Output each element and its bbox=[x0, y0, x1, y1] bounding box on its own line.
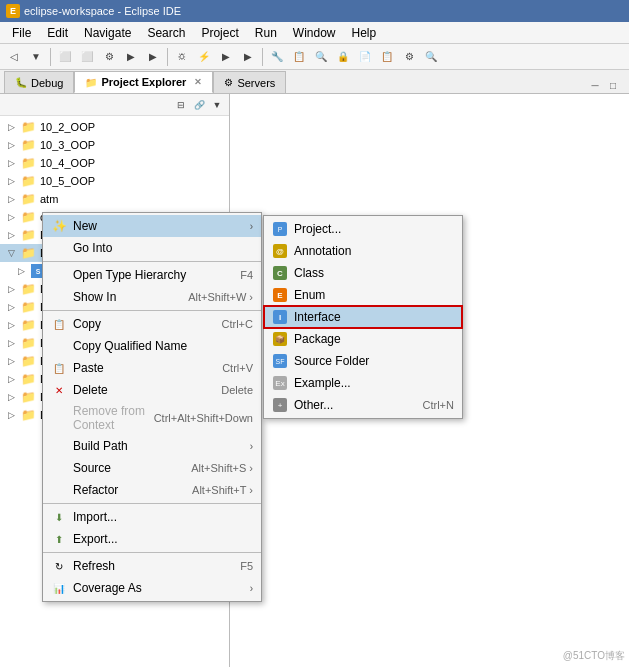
toolbar-btn-18[interactable]: ⚙ bbox=[399, 47, 419, 67]
toolbar-btn-6[interactable]: ▶ bbox=[121, 47, 141, 67]
toolbar-btn-12[interactable]: 🔧 bbox=[267, 47, 287, 67]
ctx-coverage-label: Coverage As bbox=[73, 581, 250, 595]
tree-item-10_5_OOP[interactable]: ▷ 📁 10_5_OOP bbox=[0, 172, 229, 190]
sub-enum[interactable]: E Enum bbox=[264, 284, 462, 306]
toolbar-btn-5[interactable]: ⚙ bbox=[99, 47, 119, 67]
class-icon: C bbox=[272, 265, 288, 281]
tab-minimize-btn[interactable]: ─ bbox=[587, 77, 603, 93]
menu-edit[interactable]: Edit bbox=[39, 24, 76, 42]
tree-label: 10_5_OOP bbox=[40, 175, 95, 187]
sub-class[interactable]: C Class bbox=[264, 262, 462, 284]
tree-item-10_3_OOP[interactable]: ▷ 📁 10_3_OOP bbox=[0, 136, 229, 154]
toolbar-btn-1[interactable]: ◁ bbox=[4, 47, 24, 67]
ctx-show-in[interactable]: Show In Alt+Shift+W › bbox=[43, 286, 261, 308]
remove-context-icon bbox=[51, 410, 67, 426]
expand-arrow: ▷ bbox=[8, 158, 18, 168]
main-area: ⊟ 🔗 ▼ ▷ 📁 10_2_OOP ▷ 📁 10_3_OOP ▷ 📁 10_4… bbox=[0, 94, 629, 667]
link-btn[interactable]: 🔗 bbox=[191, 97, 207, 113]
tab-servers-label: Servers bbox=[237, 77, 275, 89]
servers-icon: ⚙ bbox=[224, 77, 233, 88]
toolbar-btn-15[interactable]: 🔒 bbox=[333, 47, 353, 67]
tab-project-explorer[interactable]: 📁 Project Explorer ✕ bbox=[74, 71, 213, 93]
menu-navigate[interactable]: Navigate bbox=[76, 24, 139, 42]
sub-interface[interactable]: I Interface bbox=[264, 306, 462, 328]
expand-arrow: ▷ bbox=[8, 140, 18, 150]
menu-help[interactable]: Help bbox=[344, 24, 385, 42]
expand-arrow: ▷ bbox=[8, 392, 18, 402]
sub-package-label: Package bbox=[294, 332, 454, 346]
expand-arrow: ▷ bbox=[8, 320, 18, 330]
toolbar-btn-9[interactable]: ⚡ bbox=[194, 47, 214, 67]
tab-servers[interactable]: ⚙ Servers bbox=[213, 71, 286, 93]
menu-window[interactable]: Window bbox=[285, 24, 344, 42]
expand-arrow: ▷ bbox=[8, 194, 18, 204]
toolbar-btn-14[interactable]: 🔍 bbox=[311, 47, 331, 67]
ctx-refactor[interactable]: Refactor Alt+Shift+T › bbox=[43, 479, 261, 501]
refactor-icon bbox=[51, 482, 67, 498]
ctx-open-type-hierarchy-label: Open Type Hierarchy bbox=[73, 268, 232, 282]
toolbar-btn-11[interactable]: ▶ bbox=[238, 47, 258, 67]
ctx-build-path[interactable]: Build Path › bbox=[43, 435, 261, 457]
tab-actions: ─ □ bbox=[587, 77, 625, 93]
ctx-open-type-hierarchy[interactable]: Open Type Hierarchy F4 bbox=[43, 264, 261, 286]
folder-icon: 📁 bbox=[20, 371, 36, 387]
ctx-refresh[interactable]: ↻ Refresh F5 bbox=[43, 555, 261, 577]
toolbar-btn-19[interactable]: 🔍 bbox=[421, 47, 441, 67]
toolbar-sep-2 bbox=[167, 48, 168, 66]
ctx-delete[interactable]: ✕ Delete Delete bbox=[43, 379, 261, 401]
ctx-copy-label: Copy bbox=[73, 317, 214, 331]
ctx-export[interactable]: ⬆ Export... bbox=[43, 528, 261, 550]
copy-qualified-icon bbox=[51, 338, 67, 354]
folder-icon: 📁 bbox=[20, 119, 36, 135]
panel-menu-btn[interactable]: ▼ bbox=[209, 97, 225, 113]
toolbar-btn-17[interactable]: 📋 bbox=[377, 47, 397, 67]
ctx-new[interactable]: ✨ New › P Project... @ Annotation C Clas… bbox=[43, 215, 261, 237]
tab-debug-label: Debug bbox=[31, 77, 63, 89]
folder-icon: 📁 bbox=[20, 137, 36, 153]
ctx-copy[interactable]: 📋 Copy Ctrl+C bbox=[43, 313, 261, 335]
toolbar-btn-13[interactable]: 📋 bbox=[289, 47, 309, 67]
menu-project[interactable]: Project bbox=[193, 24, 246, 42]
tree-item-10_4_OOP[interactable]: ▷ 📁 10_4_OOP bbox=[0, 154, 229, 172]
tab-maximize-btn[interactable]: □ bbox=[605, 77, 621, 93]
ctx-import[interactable]: ⬇ Import... bbox=[43, 506, 261, 528]
sub-project[interactable]: P Project... bbox=[264, 218, 462, 240]
tree-item-10_2_OOP[interactable]: ▷ 📁 10_2_OOP bbox=[0, 118, 229, 136]
toolbar-btn-10[interactable]: ▶ bbox=[216, 47, 236, 67]
app-icon: E bbox=[6, 4, 20, 18]
expand-arrow: ▷ bbox=[8, 122, 18, 132]
toolbar-btn-2[interactable]: ▼ bbox=[26, 47, 46, 67]
toolbar-btn-16[interactable]: 📄 bbox=[355, 47, 375, 67]
sub-source-folder[interactable]: SF Source Folder bbox=[264, 350, 462, 372]
tab-close-icon[interactable]: ✕ bbox=[194, 77, 202, 87]
expand-arrow: ▷ bbox=[8, 284, 18, 294]
copy-icon: 📋 bbox=[51, 316, 67, 332]
toolbar-btn-3[interactable]: ⬜ bbox=[55, 47, 75, 67]
sub-other[interactable]: + Other... Ctrl+N bbox=[264, 394, 462, 416]
menu-run[interactable]: Run bbox=[247, 24, 285, 42]
toolbar-btn-7[interactable]: ▶ bbox=[143, 47, 163, 67]
sub-example[interactable]: Ex Example... bbox=[264, 372, 462, 394]
ctx-coverage[interactable]: 📊 Coverage As › bbox=[43, 577, 261, 599]
toolbar-btn-4[interactable]: ⬜ bbox=[77, 47, 97, 67]
sub-package[interactable]: 📦 Package bbox=[264, 328, 462, 350]
sub-interface-label: Interface bbox=[294, 310, 454, 324]
menu-file[interactable]: File bbox=[4, 24, 39, 42]
ctx-refactor-label: Refactor bbox=[73, 483, 184, 497]
ctx-sep-1 bbox=[43, 261, 261, 262]
toolbar-btn-8[interactable]: ⛭ bbox=[172, 47, 192, 67]
ctx-copy-qualified[interactable]: Copy Qualified Name bbox=[43, 335, 261, 357]
collapse-all-btn[interactable]: ⊟ bbox=[173, 97, 189, 113]
menu-bar: File Edit Navigate Search Project Run Wi… bbox=[0, 22, 629, 44]
menu-search[interactable]: Search bbox=[139, 24, 193, 42]
sub-class-label: Class bbox=[294, 266, 454, 280]
ctx-go-into[interactable]: Go Into bbox=[43, 237, 261, 259]
ctx-delete-shortcut: Delete bbox=[221, 384, 253, 396]
ctx-source[interactable]: Source Alt+Shift+S › bbox=[43, 457, 261, 479]
tree-item-atm[interactable]: ▷ 📁 atm bbox=[0, 190, 229, 208]
tab-debug[interactable]: 🐛 Debug bbox=[4, 71, 74, 93]
ctx-paste[interactable]: 📋 Paste Ctrl+V bbox=[43, 357, 261, 379]
sub-annotation[interactable]: @ Annotation bbox=[264, 240, 462, 262]
tree-label: 10_3_OOP bbox=[40, 139, 95, 151]
ctx-remove-context-shortcut: Ctrl+Alt+Shift+Down bbox=[154, 412, 253, 424]
